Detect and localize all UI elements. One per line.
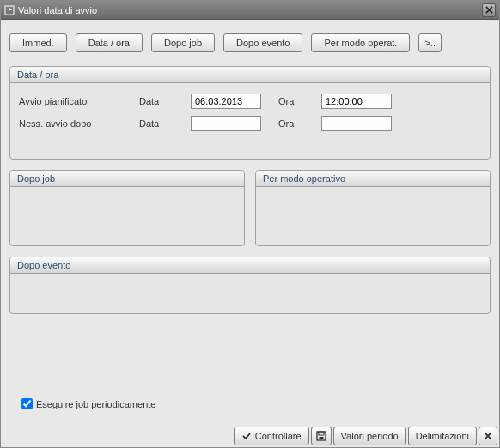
check-button-label: Controllare bbox=[255, 431, 302, 441]
window-icon bbox=[4, 5, 15, 15]
period-values-label: Valori periodo bbox=[341, 431, 399, 441]
mode-button-row: Immed. Data / ora Dopo job Dopo evento P… bbox=[9, 33, 491, 52]
group-after-event: Dopo evento bbox=[9, 257, 491, 314]
group-after-event-header: Dopo evento bbox=[10, 257, 490, 274]
cancel-button[interactable] bbox=[479, 427, 497, 445]
no-start-date-input[interactable] bbox=[191, 116, 261, 131]
close-icon bbox=[485, 6, 493, 14]
titlebar: Valori data di avvio bbox=[1, 1, 499, 20]
periodic-checkbox-row: Eseguire job periodicamente bbox=[21, 398, 155, 409]
no-start-after-row: Ness. avvio dopo Data Ora bbox=[19, 112, 481, 135]
planned-time-label: Ora bbox=[278, 96, 321, 106]
period-values-button[interactable]: Valori periodo bbox=[333, 427, 406, 445]
periodic-label: Eseguire job periodicamente bbox=[36, 399, 155, 409]
restrictions-button[interactable]: Delimitazioni bbox=[408, 427, 477, 445]
planned-time-input[interactable] bbox=[321, 94, 392, 109]
by-op-mode-button[interactable]: Per modo operat. bbox=[311, 33, 410, 52]
after-event-button[interactable]: Dopo evento bbox=[223, 33, 302, 52]
planned-start-row: Avvio pianificato Data Ora bbox=[19, 90, 481, 112]
svg-rect-3 bbox=[319, 437, 323, 439]
save-icon bbox=[316, 431, 326, 441]
after-job-button[interactable]: Dopo job bbox=[151, 33, 215, 52]
window-title: Valori data di avvio bbox=[18, 5, 97, 15]
no-start-date-label: Data bbox=[139, 118, 191, 129]
no-start-after-label: Ness. avvio dopo bbox=[19, 118, 139, 129]
no-start-time-label: Ora bbox=[278, 118, 321, 129]
date-time-button[interactable]: Data / ora bbox=[76, 33, 143, 52]
group-op-mode-header: Per modo operativo bbox=[256, 171, 490, 187]
footer-bar: Controllare Valori periodo Delimitazioni bbox=[232, 425, 499, 447]
group-after-job-header: Dopo job bbox=[10, 171, 244, 187]
content-area: Immed. Data / ora Dopo job Dopo evento P… bbox=[1, 20, 499, 447]
check-button[interactable]: Controllare bbox=[234, 427, 309, 445]
save-button[interactable] bbox=[311, 427, 332, 445]
cancel-icon bbox=[484, 432, 492, 440]
restrictions-label: Delimitazioni bbox=[416, 431, 469, 441]
planned-date-label: Data bbox=[139, 96, 191, 106]
periodic-checkbox[interactable] bbox=[21, 398, 33, 409]
group-after-job: Dopo job bbox=[9, 170, 245, 246]
group-date-time: Data / ora Avvio pianificato Data Ora Ne… bbox=[9, 66, 491, 160]
check-icon bbox=[241, 431, 252, 441]
planned-date-input[interactable] bbox=[191, 94, 261, 109]
no-start-time-input[interactable] bbox=[321, 116, 392, 131]
group-op-mode: Per modo operativo bbox=[255, 170, 491, 246]
group-date-time-header: Data / ora bbox=[10, 67, 490, 83]
close-button[interactable] bbox=[482, 3, 496, 17]
planned-start-label: Avvio pianificato bbox=[19, 96, 139, 106]
immediate-button[interactable]: Immed. bbox=[9, 33, 67, 52]
more-button[interactable]: >.. bbox=[418, 33, 442, 52]
dialog-window: Valori data di avvio Immed. Data / ora D… bbox=[0, 0, 500, 448]
